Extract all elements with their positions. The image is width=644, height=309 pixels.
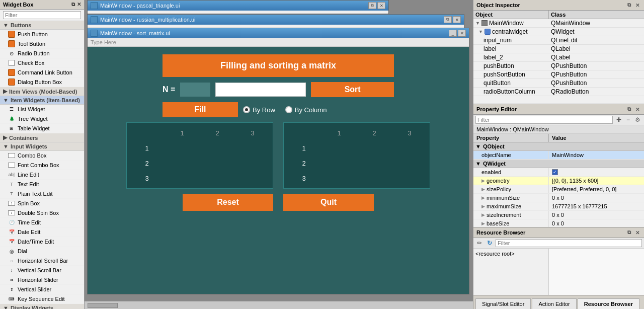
wb-item-v-slider[interactable]: ⇕ Vertical Slider bbox=[0, 285, 84, 294]
wb-item-double-spin-box[interactable]: ↕ Double Spin Box bbox=[0, 208, 84, 218]
pe-row-sizeincrement[interactable]: ▶ sizeIncrement 0 x 0 bbox=[473, 211, 644, 219]
rb-close-btn[interactable]: ✕ bbox=[634, 229, 641, 236]
oi-row-label2[interactable]: label_2 QLabel bbox=[473, 53, 644, 62]
oi-row-centralwidget[interactable]: ▼ centralwidget QWidget bbox=[473, 28, 644, 36]
wb-item-dial[interactable]: ◎ Dial bbox=[0, 247, 84, 256]
sm-radio-by-row-btn[interactable] bbox=[243, 106, 250, 113]
window-russian-close-btn[interactable]: ✕ bbox=[453, 16, 461, 23]
wb-item-datetime-edit[interactable]: 📅 Date/Time Edit bbox=[0, 237, 84, 247]
wb-category-item-widgets[interactable]: ▼ Item Widgets (Item-Based) bbox=[0, 96, 84, 105]
wb-item-h-scrollbar[interactable]: ↔ Horizontal Scroll Bar bbox=[0, 256, 84, 266]
sm-quit-button[interactable]: Quit bbox=[283, 194, 374, 211]
pe-row-minimumsize[interactable]: ▶ minimumSize 0 x 0 bbox=[473, 194, 644, 202]
sm-matrix-right-row3: 3 bbox=[286, 171, 427, 186]
wb-item-v-scrollbar[interactable]: ↕ Vertical Scroll Bar bbox=[0, 266, 84, 275]
pe-row-objectname[interactable]: objectName MainWindow bbox=[473, 151, 644, 160]
window-russian-restore-btn[interactable]: ⧉ bbox=[444, 16, 452, 23]
widget-box-filter-area bbox=[0, 10, 84, 21]
pe-row-basesize[interactable]: ▶ baseSize 0 x 0 bbox=[473, 219, 644, 227]
tab-resource-browser[interactable]: Resource Browser bbox=[578, 298, 639, 309]
pe-remove-btn[interactable]: − bbox=[625, 116, 631, 124]
rb-reload-btn[interactable]: ↻ bbox=[486, 239, 494, 247]
oi-row-mainwindow[interactable]: ▼ MainWindow QMainWindow bbox=[473, 19, 644, 28]
wb-category-item-views[interactable]: ▶ Item Views (Model-Based) bbox=[0, 87, 84, 96]
wb-item-line-edit[interactable]: ab| Line Edit bbox=[0, 170, 84, 180]
sm-radio-by-column-btn[interactable] bbox=[285, 106, 292, 113]
resource-browser-controls: ⧉ ✕ bbox=[625, 229, 641, 236]
wb-item-date-edit[interactable]: 📅 Date Edit bbox=[0, 227, 84, 237]
wb-item-time-edit[interactable]: 🕐 Time Edit bbox=[0, 218, 84, 227]
wb-item-push-button[interactable]: Push Button bbox=[0, 30, 84, 39]
sm-n-input[interactable] bbox=[215, 83, 306, 97]
rb-filter-input[interactable] bbox=[496, 239, 642, 247]
pe-config-btn[interactable]: ⚙ bbox=[633, 116, 642, 124]
tab-signal-slot-editor[interactable]: Signal/Slot Editor bbox=[475, 298, 531, 309]
scrollbar-thumb[interactable] bbox=[88, 303, 118, 308]
window-pascal-close-btn[interactable]: ✕ bbox=[377, 2, 385, 9]
window-sort-matrix-close-btn[interactable]: ✕ bbox=[458, 30, 466, 37]
pe-group-qobject[interactable]: ▼ QObject bbox=[473, 142, 644, 151]
pe-row-maximumsize[interactable]: ▶ maximumSize 16777215 x 16777215 bbox=[473, 202, 644, 211]
pe-close-btn[interactable]: ✕ bbox=[634, 106, 641, 113]
wb-item-font-combo-box[interactable]: Font Combo Box bbox=[0, 161, 84, 170]
window-sort-matrix-title: MainWindow - sort_matrix.ui bbox=[100, 30, 170, 36]
window-pascal-controls: ⧉ ✕ bbox=[368, 2, 385, 9]
wb-category-buttons[interactable]: ▼ Buttons bbox=[0, 21, 84, 30]
sm-radio-by-column[interactable]: By Column bbox=[285, 106, 327, 114]
oi-object-radiobuttoncolumn: radioButtonColumn bbox=[473, 88, 549, 95]
wb-item-spin-box[interactable]: ↕ Spin Box bbox=[0, 199, 84, 208]
wb-item-radio-button[interactable]: ⊙ Radio Button bbox=[0, 49, 84, 58]
window-pascal-restore-btn[interactable]: ⧉ bbox=[368, 2, 376, 9]
center-scrollbar[interactable] bbox=[85, 301, 473, 309]
wb-item-combo-box[interactable]: Combo Box bbox=[0, 151, 84, 161]
wb-item-dialog-button-box[interactable]: Dialog Button Box bbox=[0, 78, 84, 87]
pe-row-geometry[interactable]: ▶ geometry [(0, 0), 1135 x 600] bbox=[473, 177, 644, 185]
pe-table-header: Property Value bbox=[473, 134, 644, 142]
wb-item-list-widget[interactable]: ☰ List Widget bbox=[0, 105, 84, 114]
rb-edit-btn[interactable]: ✏ bbox=[475, 239, 484, 247]
sm-sort-label: Sort bbox=[345, 85, 361, 94]
oi-close-btn[interactable]: ✕ bbox=[634, 2, 641, 9]
sm-fill-button[interactable]: Fill bbox=[163, 102, 238, 117]
wb-item-table-widget[interactable]: ⊞ Table Widget bbox=[0, 124, 84, 133]
wb-item-command-link-button[interactable]: Command Link Button bbox=[0, 68, 84, 78]
window-sort-matrix-minimize-btn[interactable]: _ bbox=[449, 30, 457, 37]
wb-icon-line-edit: ab| bbox=[8, 171, 15, 178]
oi-row-radiobuttoncolumn[interactable]: radioButtonColumn QRadioButton bbox=[473, 88, 644, 96]
oi-row-pushsortbutton[interactable]: pushSortButton QPushButton bbox=[473, 70, 644, 79]
oi-row-input-num[interactable]: input_num QLineEdit bbox=[473, 36, 644, 45]
wb-item-key-sequence-edit[interactable]: ⌨ Key Sequence Edit bbox=[0, 294, 84, 304]
pe-group-qwidget[interactable]: ▼ QWidget bbox=[473, 160, 644, 168]
wb-category-input-widgets[interactable]: ▼ Input Widgets bbox=[0, 142, 84, 151]
rb-float-btn[interactable]: ⧉ bbox=[625, 229, 632, 236]
wb-item-check-box[interactable]: Check Box bbox=[0, 58, 84, 68]
pe-add-btn[interactable]: ✚ bbox=[615, 116, 623, 124]
wb-item-plain-text-edit[interactable]: T Plain Text Edit bbox=[0, 189, 84, 199]
oi-row-pushbutton[interactable]: pushButton QPushButton bbox=[473, 62, 644, 70]
wb-item-text-edit[interactable]: T Text Edit bbox=[0, 180, 84, 189]
pe-filter-input[interactable] bbox=[475, 116, 613, 124]
sm-radio-by-row[interactable]: By Row bbox=[243, 106, 275, 114]
tab-action-editor[interactable]: Action Editor bbox=[532, 298, 576, 309]
rb-root-node[interactable]: <resource root> bbox=[475, 251, 515, 257]
oi-float-btn[interactable]: ⧉ bbox=[625, 2, 632, 9]
wb-item-h-slider[interactable]: ⇔ Horizontal Slider bbox=[0, 275, 84, 285]
pe-row-enabled[interactable]: enabled bbox=[473, 168, 644, 177]
pe-float-btn[interactable]: ⧉ bbox=[625, 106, 632, 113]
pe-row-sizepolicy[interactable]: ▶ sizePolicy [Preferred, Preferred, 0, 0… bbox=[473, 185, 644, 194]
widget-box-float-btn[interactable]: ⧉ bbox=[71, 2, 75, 8]
wb-item-tool-button[interactable]: Tool Button bbox=[0, 39, 84, 49]
sm-reset-label: Reset bbox=[217, 198, 239, 206]
wb-item-tree-widget[interactable]: 🌲 Tree Widget bbox=[0, 114, 84, 124]
sm-matrix-left-row2: 2 bbox=[129, 156, 270, 171]
pe-enabled-checkbox[interactable] bbox=[552, 169, 558, 175]
oi-row-label[interactable]: label QLabel bbox=[473, 45, 644, 53]
sm-reset-button[interactable]: Reset bbox=[183, 194, 273, 211]
wb-category-containers[interactable]: ▶ Containers bbox=[0, 133, 84, 142]
sm-sort-button[interactable]: Sort bbox=[311, 82, 394, 97]
wb-label-v-scrollbar: Vertical Scroll Bar bbox=[18, 267, 61, 273]
wb-category-display-widgets[interactable]: ▼ Display Widgets bbox=[0, 304, 84, 309]
widget-box-filter-input[interactable] bbox=[3, 11, 81, 19]
oi-row-quitbutton[interactable]: quitButton QPushButton bbox=[473, 79, 644, 88]
widget-box-close-btn[interactable]: ✕ bbox=[77, 2, 81, 8]
